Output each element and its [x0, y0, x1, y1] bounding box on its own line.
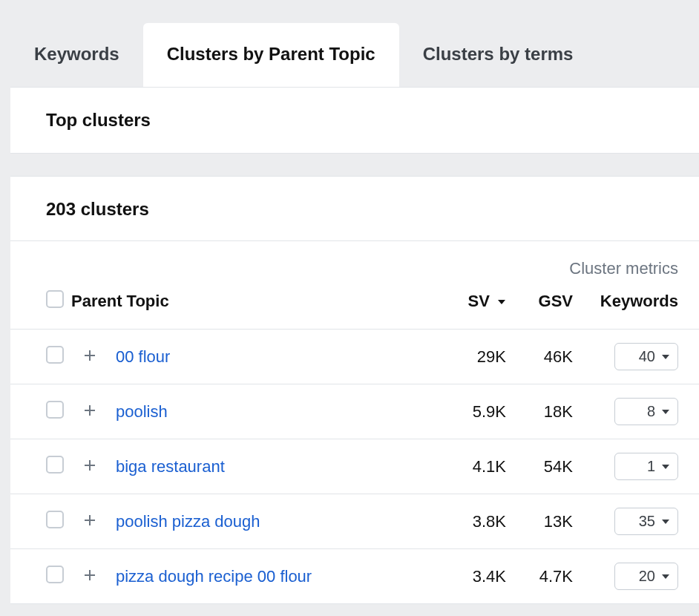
cluster-count-text: 203 clusters — [46, 199, 149, 219]
expand-row-button[interactable] — [81, 347, 99, 364]
table-header-row: Parent Topic SV GSV Keywords — [10, 283, 699, 330]
sv-value: 29K — [447, 330, 513, 384]
table-row: poolish pizza dough 3.8K 13K 35 — [10, 494, 699, 549]
tab-clusters-terms[interactable]: Clusters by terms — [399, 23, 597, 87]
gsv-value: 13K — [513, 494, 580, 549]
column-keywords[interactable]: Keywords — [580, 283, 699, 330]
expand-row-button[interactable] — [81, 456, 99, 474]
table-row: poolish 5.9K 18K 8 — [10, 384, 699, 439]
keywords-value: 40 — [639, 348, 655, 365]
table-row: 00 flour 29K 46K 40 — [10, 330, 699, 384]
chevron-down-icon — [661, 408, 670, 416]
row-checkbox[interactable] — [46, 346, 64, 364]
sv-value: 3.4K — [447, 549, 513, 604]
keywords-value: 35 — [639, 513, 655, 530]
tab-label: Clusters by Parent Topic — [167, 44, 375, 64]
keywords-dropdown[interactable]: 1 — [614, 453, 678, 480]
cluster-metrics-label: Cluster metrics — [10, 241, 699, 283]
keywords-value: 1 — [647, 458, 655, 475]
parent-topic-link[interactable]: biga restaurant — [116, 457, 225, 476]
top-clusters-label: Top clusters — [46, 110, 151, 130]
column-parent-topic[interactable]: Parent Topic — [71, 283, 447, 330]
row-checkbox[interactable] — [46, 566, 64, 583]
chevron-down-icon — [661, 518, 670, 525]
clusters-panel: 203 clusters Cluster metrics Parent Topi… — [10, 176, 699, 604]
top-clusters-header: Top clusters — [10, 87, 699, 154]
table-row: pizza dough recipe 00 flour 3.4K 4.7K 20 — [10, 549, 699, 604]
app-viewport: Keywords Clusters by Parent Topic Cluste… — [0, 0, 699, 616]
expand-row-button[interactable] — [81, 511, 99, 529]
table-row: biga restaurant 4.1K 54K 1 — [10, 439, 699, 494]
sv-value: 3.8K — [447, 494, 513, 549]
gsv-value: 54K — [513, 439, 580, 494]
tab-keywords[interactable]: Keywords — [10, 23, 143, 87]
keywords-value: 8 — [647, 403, 655, 420]
parent-topic-link[interactable]: pizza dough recipe 00 flour — [116, 567, 312, 586]
sv-value: 5.9K — [447, 384, 513, 439]
select-all-checkbox[interactable] — [46, 290, 64, 308]
keywords-value: 20 — [639, 568, 655, 585]
parent-topic-link[interactable]: poolish — [116, 402, 168, 421]
cluster-count: 203 clusters — [10, 199, 699, 241]
tab-label: Keywords — [34, 44, 119, 64]
column-label: Parent Topic — [71, 292, 169, 310]
column-sv[interactable]: SV — [447, 283, 513, 330]
row-checkbox[interactable] — [46, 511, 64, 528]
gsv-value: 46K — [513, 330, 580, 384]
chevron-down-icon — [661, 573, 670, 580]
parent-topic-link[interactable]: poolish pizza dough — [116, 512, 260, 531]
keywords-dropdown[interactable]: 35 — [614, 508, 678, 535]
row-checkbox[interactable] — [46, 401, 64, 419]
tab-clusters-parent-topic[interactable]: Clusters by Parent Topic — [143, 23, 399, 87]
clusters-table: Parent Topic SV GSV Keywords — [10, 283, 699, 604]
column-checkbox — [10, 283, 71, 330]
section-gap — [0, 154, 699, 176]
column-label: SV — [468, 292, 490, 310]
tab-label: Clusters by terms — [423, 44, 574, 64]
chevron-down-icon — [661, 463, 670, 471]
column-label: Keywords — [600, 292, 678, 310]
column-label: GSV — [539, 292, 573, 310]
parent-topic-link[interactable]: 00 flour — [116, 347, 170, 366]
gsv-value: 4.7K — [513, 549, 580, 604]
expand-row-button[interactable] — [81, 566, 99, 584]
keywords-dropdown[interactable]: 8 — [614, 398, 678, 425]
tabs-bar: Keywords Clusters by Parent Topic Cluste… — [0, 0, 699, 87]
gsv-value: 18K — [513, 384, 580, 439]
row-checkbox[interactable] — [46, 456, 64, 474]
keywords-dropdown[interactable]: 20 — [614, 563, 678, 590]
column-gsv[interactable]: GSV — [513, 283, 580, 330]
sort-desc-icon — [497, 298, 506, 306]
chevron-down-icon — [661, 353, 670, 361]
keywords-dropdown[interactable]: 40 — [614, 343, 678, 370]
expand-row-button[interactable] — [81, 402, 99, 419]
sv-value: 4.1K — [447, 439, 513, 494]
